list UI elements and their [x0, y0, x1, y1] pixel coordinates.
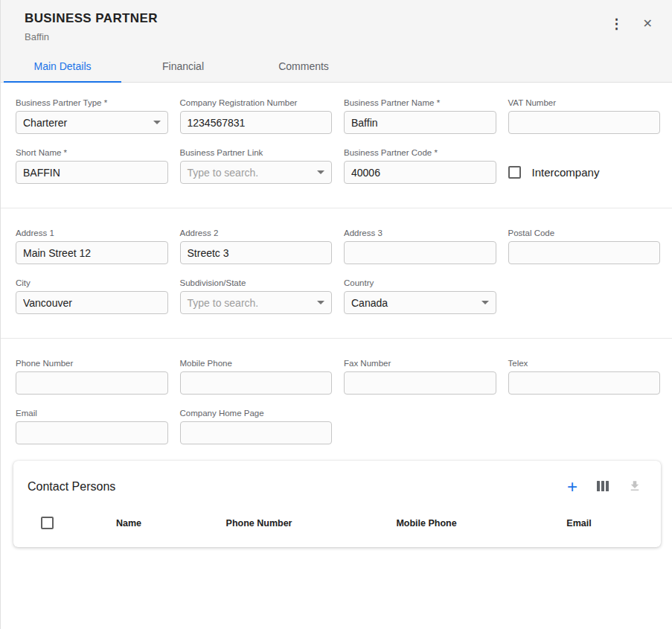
- select-all-checkbox[interactable]: [41, 517, 54, 529]
- field-intercompany: Intercompany: [508, 148, 661, 184]
- mobile-phone-input[interactable]: [180, 371, 333, 395]
- address-3-input[interactable]: [344, 241, 496, 264]
- mobile-phone-label: Mobile Phone: [180, 359, 333, 368]
- contact-persons-table-header: Name Phone Number Mobile Phone Email: [13, 517, 661, 537]
- chevron-down-icon: [317, 301, 324, 304]
- download-icon[interactable]: [627, 478, 643, 496]
- address-section: Address 1 Address 2 Address 3 Postal Cod…: [1, 229, 672, 314]
- postal-code-input[interactable]: [508, 241, 661, 264]
- contact-persons-title: Contact Persons: [28, 480, 115, 494]
- city-input[interactable]: [16, 291, 168, 314]
- field-business-partner-link: Business Partner Link Type to search.: [180, 148, 333, 184]
- field-fax-number: Fax Number: [344, 359, 496, 395]
- phone-number-label: Phone Number: [16, 359, 168, 368]
- company-home-page-label: Company Home Page: [180, 409, 333, 418]
- tab-financial[interactable]: Financial: [123, 51, 243, 82]
- vat-number-label: VAT Number: [508, 98, 661, 107]
- intercompany-label: Intercompany: [532, 166, 600, 179]
- address-3-label: Address 3: [344, 229, 496, 237]
- more-options-icon[interactable]: ⋮: [609, 16, 625, 32]
- field-email: Email: [16, 409, 168, 444]
- company-registration-number-label: Company Registration Number: [180, 98, 333, 107]
- vat-number-input[interactable]: [508, 111, 661, 134]
- subdivision-state-select[interactable]: Type to search.: [180, 291, 333, 314]
- field-address-3: Address 3: [344, 229, 496, 264]
- field-country: Country Canada: [344, 278, 496, 314]
- business-partner-link-label: Business Partner Link: [180, 148, 333, 157]
- telex-input[interactable]: [508, 371, 661, 395]
- country-select[interactable]: Canada: [344, 291, 496, 314]
- chevron-down-icon: [317, 170, 324, 174]
- field-phone-number: Phone Number: [16, 359, 168, 395]
- column-header-phone-number: Phone Number: [177, 518, 341, 529]
- business-partner-name-input[interactable]: [344, 111, 496, 134]
- section-divider: [1, 338, 672, 339]
- fax-number-input[interactable]: [344, 371, 496, 395]
- tab-comments[interactable]: Comments: [243, 51, 364, 82]
- select-all-cell: [13, 517, 80, 529]
- dialog-header: BUSINESS PARTNER Baffin ⋮ ✕ Main Details…: [1, 0, 672, 83]
- business-partner-type-value: Charterer: [23, 117, 67, 129]
- business-partner-code-input[interactable]: [344, 161, 496, 184]
- add-contact-person-icon[interactable]: +: [566, 476, 579, 497]
- field-subdivision-state: Subdivision/State Type to search.: [180, 278, 333, 314]
- country-value: Canada: [351, 297, 388, 309]
- address-1-label: Address 1: [16, 229, 168, 237]
- short-name-input[interactable]: [16, 161, 168, 184]
- subdivision-state-placeholder: Type to search.: [188, 297, 259, 309]
- main-details-panel: Business Partner Type * Charterer Compan…: [1, 83, 672, 547]
- header-titles: BUSINESS PARTNER Baffin: [25, 11, 158, 42]
- contact-persons-header: Contact Persons +: [13, 461, 661, 497]
- address-1-input[interactable]: [16, 241, 168, 264]
- field-city: City: [16, 278, 168, 314]
- identity-section: Business Partner Type * Charterer Compan…: [1, 98, 672, 184]
- column-settings-icon[interactable]: [595, 479, 610, 494]
- field-address-1: Address 1: [16, 229, 168, 264]
- business-partner-link-placeholder: Type to search.: [188, 167, 259, 179]
- business-partner-type-label: Business Partner Type *: [16, 98, 168, 107]
- address-2-label: Address 2: [180, 229, 333, 237]
- field-postal-code: Postal Code: [508, 229, 661, 264]
- field-short-name: Short Name *: [16, 148, 168, 184]
- checkbox-unchecked-icon: [508, 166, 521, 179]
- chevron-down-icon: [481, 301, 489, 304]
- contact-persons-card: Contact Persons + Name: [13, 461, 661, 547]
- email-label: Email: [16, 409, 168, 418]
- header-actions: ⋮ ✕: [609, 16, 654, 32]
- company-registration-number-input[interactable]: [180, 111, 333, 134]
- column-header-name: Name: [80, 518, 177, 529]
- field-mobile-phone: Mobile Phone: [180, 359, 333, 395]
- column-header-email: Email: [512, 518, 646, 529]
- phone-number-input[interactable]: [16, 371, 168, 395]
- business-partner-code-label: Business Partner Code *: [344, 148, 496, 157]
- city-label: City: [16, 278, 168, 287]
- tab-main-details-label: Main Details: [33, 60, 91, 72]
- page-subtitle: Baffin: [25, 31, 158, 42]
- company-home-page-input[interactable]: [180, 421, 333, 444]
- address-2-input[interactable]: [180, 241, 333, 264]
- business-partner-name-label: Business Partner Name *: [344, 98, 496, 107]
- field-telex: Telex: [508, 359, 661, 395]
- empty-cell: [344, 409, 496, 444]
- field-business-partner-code: Business Partner Code *: [344, 148, 496, 184]
- postal-code-label: Postal Code: [508, 229, 661, 237]
- tab-main-details[interactable]: Main Details: [2, 51, 123, 82]
- tab-bar: Main Details Financial Comments: [1, 51, 672, 83]
- field-business-partner-type: Business Partner Type * Charterer: [16, 98, 168, 134]
- contact-details-section: Phone Number Mobile Phone Fax Number Tel…: [1, 359, 672, 444]
- telex-label: Telex: [508, 359, 661, 368]
- close-icon[interactable]: ✕: [641, 16, 654, 31]
- country-label: Country: [344, 278, 496, 287]
- field-address-2: Address 2: [180, 229, 333, 264]
- field-company-home-page: Company Home Page: [180, 409, 333, 444]
- tab-comments-label: Comments: [278, 60, 329, 72]
- email-input[interactable]: [16, 421, 168, 444]
- field-business-partner-name: Business Partner Name *: [344, 98, 496, 134]
- short-name-label: Short Name *: [16, 148, 168, 157]
- empty-cell: [508, 278, 661, 314]
- business-partner-link-select[interactable]: Type to search.: [180, 161, 333, 184]
- intercompany-checkbox[interactable]: Intercompany: [508, 166, 661, 179]
- page-title: BUSINESS PARTNER: [25, 11, 158, 26]
- business-partner-type-select[interactable]: Charterer: [16, 111, 168, 134]
- subdivision-state-label: Subdivision/State: [180, 278, 333, 287]
